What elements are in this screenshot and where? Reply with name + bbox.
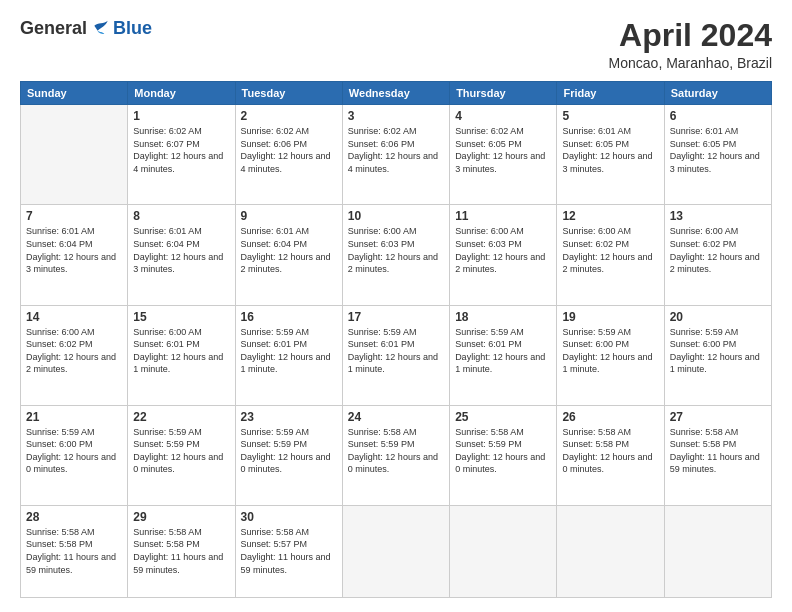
day-info: Sunrise: 5:59 AM Sunset: 6:01 PM Dayligh… <box>348 326 444 376</box>
day-number: 22 <box>133 410 229 424</box>
table-row: 23 Sunrise: 5:59 AM Sunset: 5:59 PM Dayl… <box>235 405 342 505</box>
day-number: 20 <box>670 310 766 324</box>
logo-blue-text: Blue <box>113 18 152 39</box>
day-info: Sunrise: 6:00 AM Sunset: 6:02 PM Dayligh… <box>670 225 766 275</box>
header-tuesday: Tuesday <box>235 82 342 105</box>
table-row: 9 Sunrise: 6:01 AM Sunset: 6:04 PM Dayli… <box>235 205 342 305</box>
day-info: Sunrise: 5:58 AM Sunset: 5:58 PM Dayligh… <box>26 526 122 576</box>
day-info: Sunrise: 5:58 AM Sunset: 5:58 PM Dayligh… <box>133 526 229 576</box>
day-number: 4 <box>455 109 551 123</box>
table-row: 15 Sunrise: 6:00 AM Sunset: 6:01 PM Dayl… <box>128 305 235 405</box>
table-row: 21 Sunrise: 5:59 AM Sunset: 6:00 PM Dayl… <box>21 405 128 505</box>
day-info: Sunrise: 6:00 AM Sunset: 6:02 PM Dayligh… <box>26 326 122 376</box>
day-info: Sunrise: 5:59 AM Sunset: 6:00 PM Dayligh… <box>26 426 122 476</box>
header-wednesday: Wednesday <box>342 82 449 105</box>
table-row <box>342 505 449 597</box>
table-row: 10 Sunrise: 6:00 AM Sunset: 6:03 PM Dayl… <box>342 205 449 305</box>
table-row: 4 Sunrise: 6:02 AM Sunset: 6:05 PM Dayli… <box>450 105 557 205</box>
day-number: 30 <box>241 510 337 524</box>
table-row <box>557 505 664 597</box>
calendar-header-row: Sunday Monday Tuesday Wednesday Thursday… <box>21 82 772 105</box>
day-number: 25 <box>455 410 551 424</box>
day-number: 12 <box>562 209 658 223</box>
logo-general-text: General <box>20 18 87 39</box>
table-row: 3 Sunrise: 6:02 AM Sunset: 6:06 PM Dayli… <box>342 105 449 205</box>
day-info: Sunrise: 6:01 AM Sunset: 6:04 PM Dayligh… <box>133 225 229 275</box>
calendar-table: Sunday Monday Tuesday Wednesday Thursday… <box>20 81 772 598</box>
table-row: 27 Sunrise: 5:58 AM Sunset: 5:58 PM Dayl… <box>664 405 771 505</box>
day-info: Sunrise: 5:59 AM Sunset: 5:59 PM Dayligh… <box>133 426 229 476</box>
table-row: 19 Sunrise: 5:59 AM Sunset: 6:00 PM Dayl… <box>557 305 664 405</box>
day-info: Sunrise: 5:58 AM Sunset: 5:59 PM Dayligh… <box>348 426 444 476</box>
day-info: Sunrise: 6:01 AM Sunset: 6:04 PM Dayligh… <box>26 225 122 275</box>
day-number: 11 <box>455 209 551 223</box>
header-saturday: Saturday <box>664 82 771 105</box>
day-info: Sunrise: 5:58 AM Sunset: 5:58 PM Dayligh… <box>670 426 766 476</box>
day-info: Sunrise: 6:01 AM Sunset: 6:04 PM Dayligh… <box>241 225 337 275</box>
day-info: Sunrise: 6:02 AM Sunset: 6:05 PM Dayligh… <box>455 125 551 175</box>
day-info: Sunrise: 5:58 AM Sunset: 5:59 PM Dayligh… <box>455 426 551 476</box>
header-friday: Friday <box>557 82 664 105</box>
table-row: 22 Sunrise: 5:59 AM Sunset: 5:59 PM Dayl… <box>128 405 235 505</box>
table-row: 5 Sunrise: 6:01 AM Sunset: 6:05 PM Dayli… <box>557 105 664 205</box>
day-info: Sunrise: 6:02 AM Sunset: 6:06 PM Dayligh… <box>241 125 337 175</box>
day-number: 7 <box>26 209 122 223</box>
day-number: 14 <box>26 310 122 324</box>
header: General Blue April 2024 Moncao, Maranhao… <box>20 18 772 71</box>
day-info: Sunrise: 5:59 AM Sunset: 6:01 PM Dayligh… <box>455 326 551 376</box>
header-monday: Monday <box>128 82 235 105</box>
day-number: 8 <box>133 209 229 223</box>
day-number: 26 <box>562 410 658 424</box>
day-info: Sunrise: 5:59 AM Sunset: 6:01 PM Dayligh… <box>241 326 337 376</box>
table-row <box>450 505 557 597</box>
table-row: 17 Sunrise: 5:59 AM Sunset: 6:01 PM Dayl… <box>342 305 449 405</box>
day-number: 27 <box>670 410 766 424</box>
day-info: Sunrise: 6:00 AM Sunset: 6:03 PM Dayligh… <box>455 225 551 275</box>
page: General Blue April 2024 Moncao, Maranhao… <box>0 0 792 612</box>
day-info: Sunrise: 5:59 AM Sunset: 6:00 PM Dayligh… <box>562 326 658 376</box>
table-row: 30 Sunrise: 5:58 AM Sunset: 5:57 PM Dayl… <box>235 505 342 597</box>
table-row: 6 Sunrise: 6:01 AM Sunset: 6:05 PM Dayli… <box>664 105 771 205</box>
table-row: 20 Sunrise: 5:59 AM Sunset: 6:00 PM Dayl… <box>664 305 771 405</box>
day-number: 28 <box>26 510 122 524</box>
table-row: 14 Sunrise: 6:00 AM Sunset: 6:02 PM Dayl… <box>21 305 128 405</box>
day-info: Sunrise: 6:01 AM Sunset: 6:05 PM Dayligh… <box>670 125 766 175</box>
day-number: 24 <box>348 410 444 424</box>
location-text: Moncao, Maranhao, Brazil <box>609 55 772 71</box>
header-sunday: Sunday <box>21 82 128 105</box>
logo: General Blue <box>20 18 152 39</box>
table-row: 8 Sunrise: 6:01 AM Sunset: 6:04 PM Dayli… <box>128 205 235 305</box>
day-number: 3 <box>348 109 444 123</box>
day-info: Sunrise: 5:58 AM Sunset: 5:57 PM Dayligh… <box>241 526 337 576</box>
day-number: 15 <box>133 310 229 324</box>
day-number: 18 <box>455 310 551 324</box>
day-number: 29 <box>133 510 229 524</box>
day-number: 21 <box>26 410 122 424</box>
logo-bird-icon <box>91 19 111 39</box>
day-number: 23 <box>241 410 337 424</box>
table-row: 13 Sunrise: 6:00 AM Sunset: 6:02 PM Dayl… <box>664 205 771 305</box>
table-row: 12 Sunrise: 6:00 AM Sunset: 6:02 PM Dayl… <box>557 205 664 305</box>
table-row: 2 Sunrise: 6:02 AM Sunset: 6:06 PM Dayli… <box>235 105 342 205</box>
table-row: 26 Sunrise: 5:58 AM Sunset: 5:58 PM Dayl… <box>557 405 664 505</box>
day-info: Sunrise: 6:02 AM Sunset: 6:07 PM Dayligh… <box>133 125 229 175</box>
day-number: 5 <box>562 109 658 123</box>
day-number: 13 <box>670 209 766 223</box>
day-info: Sunrise: 6:01 AM Sunset: 6:05 PM Dayligh… <box>562 125 658 175</box>
table-row: 11 Sunrise: 6:00 AM Sunset: 6:03 PM Dayl… <box>450 205 557 305</box>
day-number: 17 <box>348 310 444 324</box>
table-row: 7 Sunrise: 6:01 AM Sunset: 6:04 PM Dayli… <box>21 205 128 305</box>
table-row: 16 Sunrise: 5:59 AM Sunset: 6:01 PM Dayl… <box>235 305 342 405</box>
day-info: Sunrise: 5:59 AM Sunset: 5:59 PM Dayligh… <box>241 426 337 476</box>
title-section: April 2024 Moncao, Maranhao, Brazil <box>609 18 772 71</box>
day-number: 19 <box>562 310 658 324</box>
table-row: 28 Sunrise: 5:58 AM Sunset: 5:58 PM Dayl… <box>21 505 128 597</box>
day-number: 9 <box>241 209 337 223</box>
day-number: 16 <box>241 310 337 324</box>
day-number: 1 <box>133 109 229 123</box>
day-info: Sunrise: 6:02 AM Sunset: 6:06 PM Dayligh… <box>348 125 444 175</box>
table-row: 29 Sunrise: 5:58 AM Sunset: 5:58 PM Dayl… <box>128 505 235 597</box>
table-row <box>664 505 771 597</box>
table-row <box>21 105 128 205</box>
day-info: Sunrise: 5:59 AM Sunset: 6:00 PM Dayligh… <box>670 326 766 376</box>
